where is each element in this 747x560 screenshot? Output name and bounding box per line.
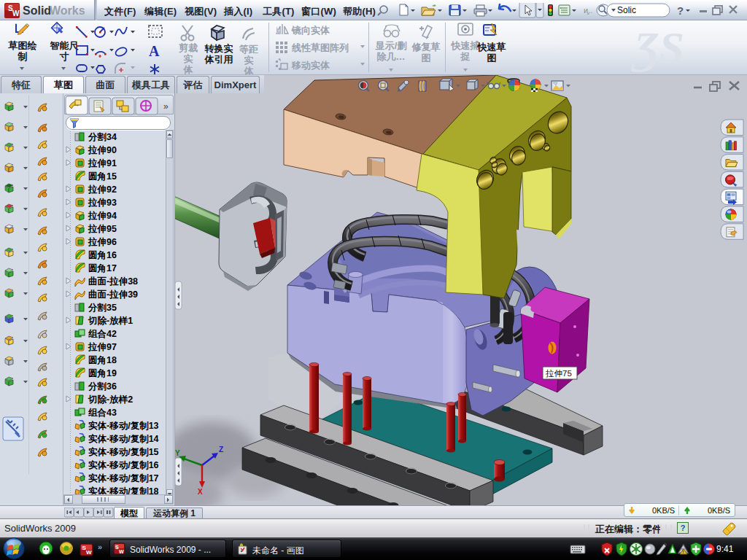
svg-text:и͈..: и͈.. (584, 6, 592, 15)
svg-text:A: A (149, 43, 160, 59)
svg-text:Solic: Solic (617, 5, 636, 15)
svg-text:W: W (12, 9, 20, 18)
svg-text:W: W (119, 549, 124, 554)
svg-text:»: » (163, 101, 169, 112)
svg-text:拉伸75: 拉伸75 (545, 369, 572, 378)
svg-text:?: ? (677, 4, 684, 17)
svg-text:Y: Y (175, 449, 180, 457)
svg-text:!: ! (683, 550, 684, 554)
svg-text:X: X (198, 488, 203, 496)
svg-text:W: W (86, 549, 92, 556)
svg-text:Works: Works (50, 4, 85, 17)
svg-text:Solid: Solid (23, 4, 51, 17)
svg-text:Z: Z (219, 446, 223, 454)
svg-text:»: » (98, 542, 102, 551)
